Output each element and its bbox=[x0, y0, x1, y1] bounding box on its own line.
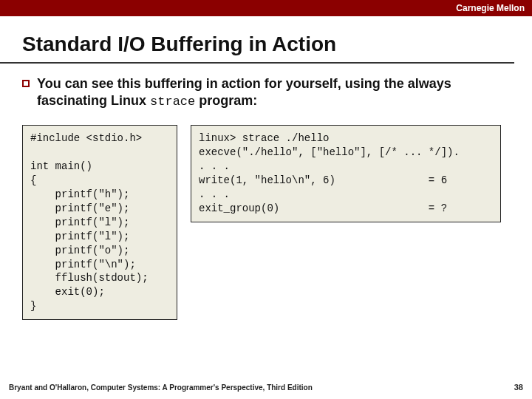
code-columns: #include <stdio.h> int main() { printf("… bbox=[22, 125, 510, 320]
slide-content: You can see this buffering in action for… bbox=[0, 64, 532, 320]
page-title: Standard I/O Buffering in Action bbox=[0, 16, 514, 64]
code-output: linux> strace ./hello execve("./hello", … bbox=[191, 125, 501, 222]
org-label: Carnegie Mellon bbox=[456, 3, 525, 13]
header-bar: Carnegie Mellon bbox=[0, 0, 532, 16]
footer-page-number: 38 bbox=[514, 383, 523, 392]
bullet-item: You can see this buffering in action for… bbox=[22, 75, 510, 110]
bullet-mono: strace bbox=[150, 95, 195, 109]
bullet-icon bbox=[22, 80, 30, 87]
footer: Bryant and O'Hallaron, Computer Systems:… bbox=[9, 383, 523, 392]
code-source: #include <stdio.h> int main() { printf("… bbox=[22, 125, 177, 320]
footer-citation: Bryant and O'Hallaron, Computer Systems:… bbox=[9, 383, 313, 392]
bullet-text-post: program: bbox=[195, 93, 257, 108]
bullet-text: You can see this buffering in action for… bbox=[37, 75, 510, 110]
